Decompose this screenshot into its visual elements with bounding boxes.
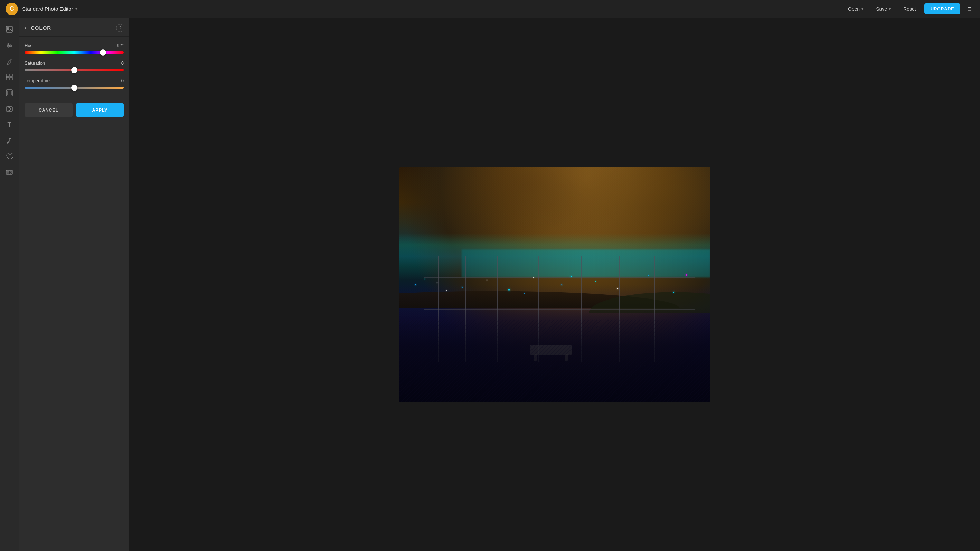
filmstrip-icon [6, 168, 13, 176]
filmstrip-icon-btn[interactable] [2, 165, 17, 179]
saturation-label: Saturation [24, 60, 45, 66]
app-logo: C [6, 3, 18, 15]
open-chevron: ▾ [861, 6, 864, 11]
camera-icon [6, 105, 13, 113]
bench-leg-right [565, 354, 568, 361]
menu-button[interactable]: ≡ [964, 3, 974, 15]
brush-icon [6, 137, 13, 144]
cancel-button[interactable]: CANCEL [24, 103, 73, 117]
open-button[interactable]: Open ▾ [844, 4, 868, 14]
svg-rect-18 [10, 171, 11, 173]
svg-rect-8 [6, 74, 9, 77]
svg-rect-17 [7, 171, 9, 173]
svg-point-7 [8, 46, 10, 47]
brush-icon-btn[interactable] [2, 133, 17, 148]
heart-icon [6, 153, 13, 160]
upgrade-button[interactable]: UPGRADE [924, 3, 961, 14]
panel-help-button[interactable]: ? [116, 24, 124, 32]
frames-icon-btn[interactable] [2, 86, 17, 100]
svg-point-1 [7, 27, 9, 29]
frames-icon [6, 89, 13, 97]
topbar: C Standard Photo Editor ▾ Open ▾ Save ▾ … [0, 0, 980, 18]
save-chevron: ▾ [889, 6, 891, 11]
panel-title: COLOR [31, 25, 113, 31]
text-icon: T [8, 121, 11, 129]
save-button[interactable]: Save ▾ [872, 4, 895, 14]
panel-header: ‹ COLOR ? [19, 18, 129, 37]
svg-rect-11 [10, 77, 13, 80]
temperature-value: 0 [121, 78, 124, 83]
temperature-label: Temperature [24, 78, 50, 83]
hue-label: Hue [24, 43, 33, 48]
retouch-icon-btn[interactable] [2, 54, 17, 68]
app-title[interactable]: Standard Photo Editor ▾ [22, 6, 77, 12]
overlays-icon-btn[interactable] [2, 70, 17, 84]
retouch-icon [6, 57, 13, 65]
hue-slider-row: Hue 92° [24, 43, 124, 54]
saturation-slider-row: Saturation 0 [24, 60, 124, 71]
main-area: T ‹ COLOR ? [0, 18, 980, 551]
panel-back-button[interactable]: ‹ [24, 24, 27, 32]
image-icon [6, 25, 13, 33]
svg-point-5 [8, 43, 9, 44]
slider-section: Hue 92° Saturation 0 [19, 37, 129, 99]
bench [530, 345, 571, 355]
saturation-value: 0 [121, 60, 124, 66]
bench-leg-left [533, 354, 537, 361]
svg-rect-0 [6, 26, 13, 32]
adjust-icon [6, 41, 13, 49]
grid-icon [6, 73, 13, 81]
temperature-slider-thumb[interactable] [71, 85, 77, 91]
panel-buttons: CANCEL APPLY [19, 99, 129, 124]
temperature-slider-row: Temperature 0 [24, 78, 124, 89]
apply-button[interactable]: APPLY [76, 103, 124, 117]
text-icon-btn[interactable]: T [2, 118, 17, 132]
svg-rect-13 [7, 91, 11, 95]
lens-icon-btn[interactable] [2, 102, 17, 116]
icon-sidebar: T [0, 18, 19, 551]
hue-value: 92° [117, 43, 124, 48]
canvas-area [130, 18, 980, 551]
favorites-icon-btn[interactable] [2, 149, 17, 164]
svg-rect-10 [6, 77, 9, 80]
title-chevron: ▾ [75, 6, 77, 11]
svg-point-15 [8, 108, 11, 111]
adjust-icon-btn[interactable] [2, 38, 17, 52]
photo-preview [399, 167, 711, 402]
hue-slider-thumb[interactable] [100, 49, 106, 56]
reset-button[interactable]: Reset [899, 4, 920, 14]
temperature-slider-track[interactable] [24, 87, 124, 89]
photo-overlay [399, 167, 711, 402]
hue-slider-track[interactable] [24, 51, 124, 54]
image-icon-btn[interactable] [2, 22, 17, 37]
saturation-slider-thumb[interactable] [71, 67, 77, 73]
svg-rect-9 [10, 74, 13, 77]
saturation-slider-track[interactable] [24, 69, 124, 71]
svg-point-6 [10, 44, 11, 46]
color-panel: ‹ COLOR ? Hue 92° [19, 18, 130, 551]
